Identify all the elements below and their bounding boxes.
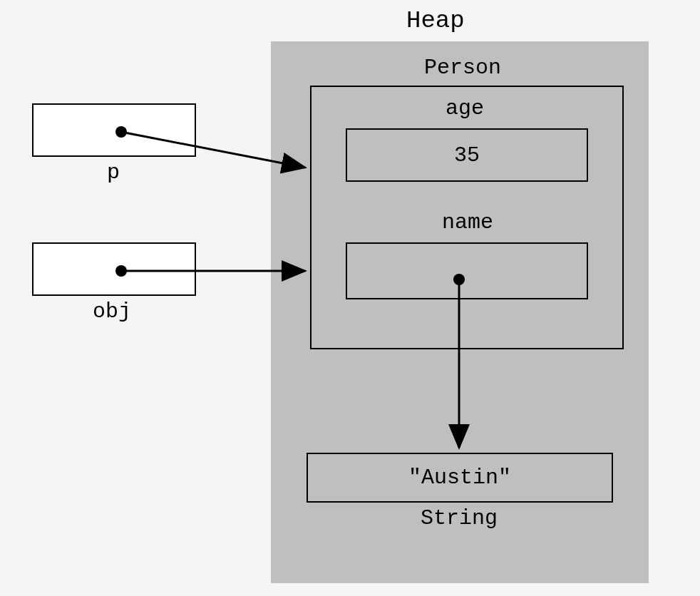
reference-p-label: p xyxy=(107,160,120,185)
age-value: 35 xyxy=(454,143,480,168)
age-value-box: 35 xyxy=(346,128,588,182)
reference-p-box xyxy=(32,103,196,157)
heap-title: Heap xyxy=(406,7,465,34)
reference-obj-label: obj xyxy=(93,299,131,324)
name-value-box xyxy=(346,242,588,299)
memory-diagram: Heap Person age 35 name "Austin" String … xyxy=(0,0,700,596)
person-class-label: Person xyxy=(424,56,501,80)
string-class-label: String xyxy=(421,506,498,530)
reference-obj-box xyxy=(32,242,196,296)
string-object-box: "Austin" xyxy=(307,453,613,503)
string-value: "Austin" xyxy=(408,466,511,490)
name-field-label: name xyxy=(442,210,493,235)
age-field-label: age xyxy=(446,96,484,120)
